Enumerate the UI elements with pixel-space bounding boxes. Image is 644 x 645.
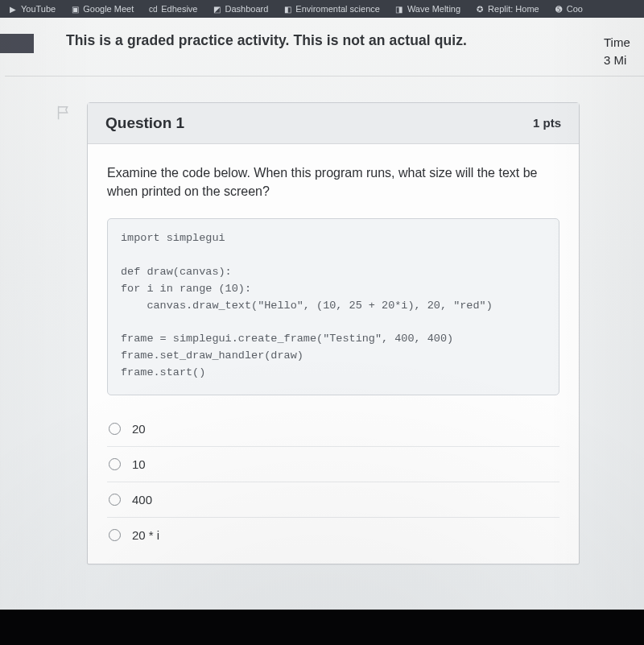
page-viewport: This is a graded practice activity. This…	[0, 18, 644, 610]
dashboard-icon: ◩	[212, 4, 221, 14]
coo-icon: ➎	[554, 4, 564, 14]
question-stem: Examine the code below. When this progra…	[107, 163, 559, 201]
timer: Time 3 Mi	[604, 32, 644, 69]
wave-icon: ◨	[394, 4, 404, 14]
radio-icon	[109, 458, 121, 470]
answer-option[interactable]: 20 * i	[107, 517, 559, 552]
answer-option[interactable]: 10	[107, 446, 559, 482]
bookmark-item[interactable]: ✪Replit: Home	[475, 4, 539, 14]
practice-notice: This is a graded practice activity. This…	[66, 32, 604, 49]
answer-label: 20	[132, 422, 146, 436]
timer-line1: Time	[604, 34, 644, 52]
sidebar-stub[interactable]	[0, 34, 34, 53]
bookmark-label: Google Meet	[83, 4, 134, 14]
bookmark-item[interactable]: cdEdhesive	[148, 4, 197, 14]
radio-icon	[109, 423, 121, 435]
bookmark-label: Enviromental science	[295, 4, 380, 14]
bookmark-label: YouTube	[21, 4, 56, 14]
bookmark-label: Dashboard	[225, 4, 268, 14]
bookmark-label: Replit: Home	[488, 4, 539, 14]
answer-label: 400	[132, 493, 152, 506]
bookmark-label: Wave Melting	[407, 4, 460, 14]
bookmark-item[interactable]: ▣Google Meet	[70, 4, 134, 14]
bookmark-label: Coo	[567, 4, 583, 14]
radio-icon	[109, 529, 121, 541]
youtube-icon: ▶	[8, 4, 18, 14]
bookmark-item[interactable]: ➎Coo	[554, 4, 583, 14]
timer-line2: 3 Mi	[604, 52, 644, 69]
code-block: import simplegui def draw(canvas): for i…	[107, 218, 559, 395]
bookmark-item[interactable]: ▶YouTube	[8, 4, 56, 14]
notice-row: This is a graded practice activity. This…	[5, 18, 644, 76]
answer-options: 20 10 400 20 * i	[88, 408, 579, 564]
radio-icon	[109, 494, 121, 506]
question-points: 1 pts	[533, 116, 561, 130]
screen-bezel	[0, 610, 644, 645]
question-card: Question 1 1 pts Examine the code below.…	[87, 102, 580, 565]
replit-icon: ✪	[475, 4, 485, 14]
meet-icon: ▣	[70, 4, 80, 14]
question-title: Question 1	[105, 114, 184, 132]
answer-label: 10	[132, 457, 146, 471]
edhesive-icon: cd	[148, 4, 158, 14]
bookmark-item[interactable]: ◨Wave Melting	[394, 4, 460, 14]
question-area: Question 1 1 pts Examine the code below.…	[5, 76, 644, 565]
question-header: Question 1 1 pts	[88, 103, 579, 144]
bookmark-item[interactable]: ◧Enviromental science	[283, 4, 380, 14]
answer-label: 20 * i	[132, 528, 159, 542]
bookmarks-bar: ▶YouTube ▣Google Meet cdEdhesive ◩Dashbo…	[0, 0, 644, 18]
bookmark-item[interactable]: ◩Dashboard	[212, 4, 268, 14]
envsci-icon: ◧	[283, 4, 292, 14]
answer-option[interactable]: 400	[107, 482, 559, 517]
question-body: Examine the code below. When this progra…	[88, 144, 579, 409]
bookmark-label: Edhesive	[161, 4, 197, 14]
answer-option[interactable]: 20	[107, 411, 559, 446]
flag-icon[interactable]	[55, 104, 72, 122]
